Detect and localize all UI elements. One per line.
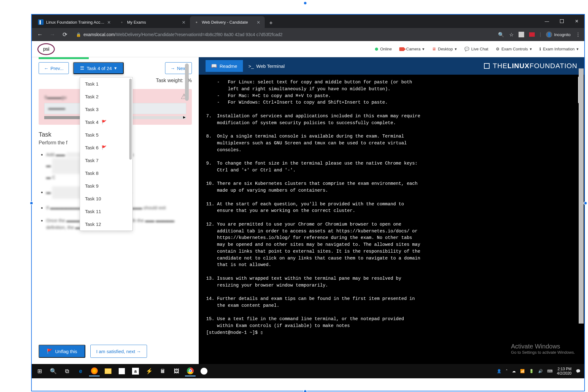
search-icon[interactable]: 🔍 xyxy=(498,32,504,38)
camera-label: Camera xyxy=(406,47,420,51)
unflag-label: Unflag this xyxy=(55,349,77,354)
input-icon[interactable]: ⌨ xyxy=(547,369,552,373)
examinfo-menu[interactable]: ℹExam Information▾ xyxy=(539,47,579,51)
task-view-icon[interactable]: ⧉ xyxy=(62,366,72,376)
tab-title: Linux Foundation Training Acco... xyxy=(46,20,105,25)
prev-label: Prev... xyxy=(50,66,64,71)
right-panel-tabs: 📖Readme >_Web Terminal xyxy=(206,60,290,72)
calculator-icon[interactable]: 🖩 xyxy=(158,366,168,376)
star-icon[interactable]: ☆ xyxy=(509,32,514,38)
url-bar[interactable]: 🔒 examslocal.com/WebDelivery/Home/Candid… xyxy=(73,32,494,37)
people-icon[interactable]: 👤 xyxy=(497,369,501,373)
webterminal-label: Web Terminal xyxy=(256,63,285,69)
page-scrollbar-thumb[interactable] xyxy=(579,68,584,324)
forward-button[interactable]: → xyxy=(48,30,57,39)
file-explorer-icon[interactable] xyxy=(103,366,113,376)
dropdown-item-task4[interactable]: Task 4🚩 xyxy=(80,116,132,128)
livechat-button[interactable]: 💬Live Chat xyxy=(464,47,488,51)
prev-button[interactable]: ←Prev... xyxy=(39,62,69,74)
lightning-icon[interactable]: ⚡ xyxy=(144,366,154,376)
dropdown-item-task3[interactable]: Task 3 xyxy=(80,103,132,116)
new-tab-button[interactable]: + xyxy=(266,18,276,28)
close-tab-icon[interactable]: ✕ xyxy=(182,20,186,24)
online-dot-icon xyxy=(375,48,378,51)
edge-icon[interactable]: e xyxy=(75,366,86,376)
left-scrollbar-track[interactable] xyxy=(185,63,189,144)
close-window-button[interactable]: ✕ xyxy=(569,14,584,28)
linux-foundation-logo: THELINUXFOUNDATION xyxy=(484,62,577,70)
chrome-icon[interactable] xyxy=(185,366,196,376)
firefox-icon[interactable] xyxy=(89,366,100,376)
dropdown-item-task2[interactable]: Task 2 xyxy=(80,90,132,103)
readme-tab[interactable]: 📖Readme xyxy=(206,60,243,72)
examinfo-label: Exam Information xyxy=(543,47,575,51)
dropdown-item-task10[interactable]: Task 10 xyxy=(80,192,132,205)
extension-icon-2[interactable] xyxy=(529,32,535,37)
browser-tab-3-active[interactable]: ● Web Delivery - Candidate ✕ xyxy=(190,16,265,28)
dropdown-item-task11[interactable]: Task 11 xyxy=(80,205,132,218)
browser-tab-2[interactable]: ● My Exams ✕ xyxy=(115,16,190,28)
terminal-pane[interactable]: - For Linux: select text for copy and mi… xyxy=(199,75,584,364)
taskbar-clock[interactable]: 2:13 PM 4/2/2020 xyxy=(557,367,571,376)
selection-handle[interactable] xyxy=(30,201,33,205)
info-icon: ℹ xyxy=(539,47,541,51)
desktop-label: Desktop xyxy=(438,47,453,51)
task-dropdown-button[interactable]: ☰Task 4 of 24▾ xyxy=(73,62,124,74)
unflag-button[interactable]: 🚩Unflag this xyxy=(39,345,85,358)
tray-chevron-icon[interactable]: ˄ xyxy=(506,369,508,373)
page-scrollbar-track[interactable] xyxy=(579,68,584,324)
dropdown-item-task7[interactable]: Task 7 xyxy=(80,154,132,167)
volume-icon[interactable]: 🔊 xyxy=(538,369,543,373)
dropdown-item-task8[interactable]: Task 8 xyxy=(80,167,132,180)
selection-handle[interactable] xyxy=(303,390,307,392)
nav-row: ←Prev... ☰Task 4 of 24▾ →Next Task 1 Tas… xyxy=(39,62,192,74)
minimize-button[interactable]: — xyxy=(539,14,554,28)
selection-handle[interactable] xyxy=(303,1,307,5)
dropdown-item-task1[interactable]: Task 1 xyxy=(80,77,132,90)
examcontrols-label: Exam Controls xyxy=(501,47,528,51)
dropdown-scrollbar[interactable] xyxy=(129,79,132,160)
chevron-down-icon: ▾ xyxy=(576,47,579,51)
camera-menu[interactable]: Camera▾ xyxy=(399,47,424,51)
menu-icon[interactable]: ⋮ xyxy=(576,32,581,38)
desktop-menu[interactable]: 🖥Desktop▾ xyxy=(432,47,457,51)
clock-date: 4/2/2020 xyxy=(557,371,571,376)
browser-tab-1[interactable]: ▌ Linux Foundation Training Acco... ✕ xyxy=(34,16,115,28)
dropdown-item-task6[interactable]: Task 6🚩 xyxy=(80,141,132,154)
maximize-button[interactable] xyxy=(554,14,569,28)
photos-icon[interactable]: 🖼 xyxy=(171,366,182,376)
dropdown-item-task5[interactable]: Task 5 xyxy=(80,128,132,141)
activate-sub: Go to Settings to activate Windows. xyxy=(511,350,575,355)
onedrive-icon[interactable]: ☁ xyxy=(512,369,516,373)
page-content: psi Online Camera▾ 🖥Desktop▾ 💬Live Chat … xyxy=(32,41,584,364)
search-icon[interactable]: 🔍 xyxy=(48,366,59,376)
satisfied-next-button[interactable]: I am satisfied, next → xyxy=(90,345,147,358)
dropdown-item-task9[interactable]: Task 9 xyxy=(80,180,132,192)
activate-title: Activate Windows xyxy=(511,343,575,350)
close-tab-icon[interactable]: ✕ xyxy=(257,20,261,24)
start-button[interactable]: ⊞ xyxy=(34,366,45,376)
reload-button[interactable]: ⟳ xyxy=(60,30,69,39)
main-scrollbar-track[interactable] xyxy=(583,53,587,386)
battery-icon[interactable]: 🔋 xyxy=(529,369,534,373)
divider: | xyxy=(540,32,541,37)
amazon-icon[interactable]: a xyxy=(130,366,141,376)
extension-icon[interactable] xyxy=(519,32,524,37)
camera-icon xyxy=(399,47,404,51)
tab-title: Web Delivery - Candidate xyxy=(202,20,254,25)
back-button[interactable]: ← xyxy=(36,30,44,39)
close-tab-icon[interactable]: ✕ xyxy=(107,20,111,24)
left-scrollbar-thumb[interactable] xyxy=(185,63,189,101)
book-icon: 📖 xyxy=(211,63,217,69)
store-icon[interactable]: 🛍 xyxy=(116,366,127,376)
dropdown-item-task12[interactable]: Task 12 xyxy=(80,218,132,231)
webterminal-tab[interactable]: >_Web Terminal xyxy=(243,60,290,72)
browser-titlebar: ▌ Linux Foundation Training Acco... ✕ ● … xyxy=(32,14,584,28)
wifi-icon[interactable]: 📶 xyxy=(520,369,525,373)
app-icon[interactable]: ✦ xyxy=(199,366,209,376)
terminal-icon: >_ xyxy=(249,63,254,69)
selection-handle[interactable] xyxy=(584,201,587,205)
flag-icon: 🚩 xyxy=(47,348,53,354)
notification-icon[interactable]: 💬 xyxy=(576,369,581,373)
examcontrols-menu[interactable]: ⚙Exam Controls▾ xyxy=(496,47,532,51)
